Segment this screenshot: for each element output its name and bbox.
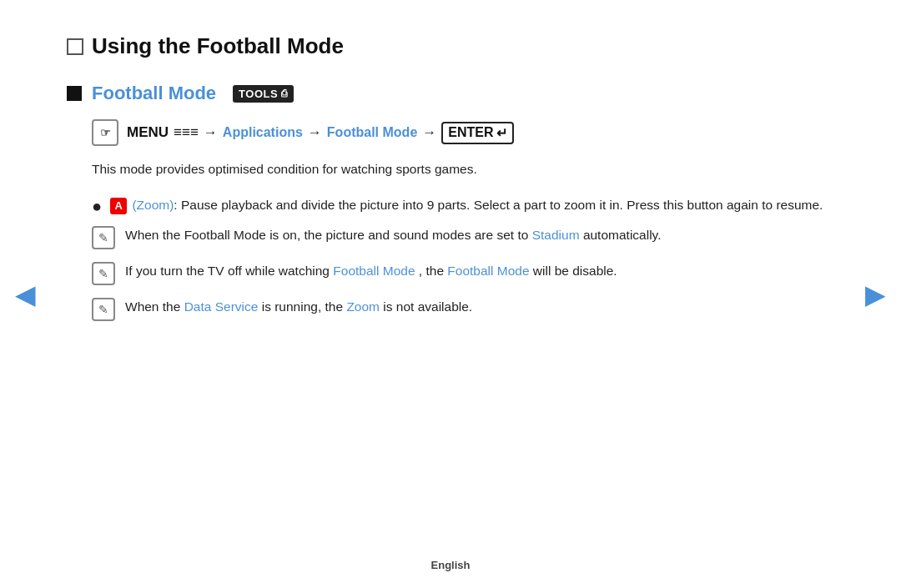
menu-label: MENU	[127, 124, 169, 141]
bullet-list: ● A (Zoom): Pause playback and divide th…	[92, 195, 834, 217]
page-title: Using the Football Mode	[92, 33, 344, 59]
note-3-middle: is running, the	[262, 299, 347, 314]
zoom-description: Pause playback and divide the picture in…	[181, 198, 823, 212]
note-2-football-mode-link-2: Football Mode	[447, 264, 529, 278]
note-3-zoom-link: Zoom	[346, 299, 380, 314]
note-item-1: ✎ When the Football Mode is on, the pict…	[92, 225, 834, 249]
note-list: ✎ When the Football Mode is on, the pict…	[92, 225, 834, 321]
description-text: This mode provides optimised condition f…	[92, 159, 834, 180]
note-2-text: If you turn the TV off while watching Fo…	[125, 261, 617, 282]
note-1-before: When the Football Mode is on, the pictur…	[125, 228, 532, 242]
menu-arrow-1: →	[204, 124, 218, 141]
section-title: Football Mode	[92, 83, 216, 104]
note-2-football-mode-link-1: Football Mode	[333, 264, 415, 278]
note-icon-3: ✎	[92, 298, 115, 321]
note-3-after: is not available.	[383, 299, 472, 314]
bullet-dot-icon: ●	[92, 195, 102, 217]
section-bullet-icon	[67, 86, 82, 101]
red-a-icon: A	[110, 198, 127, 214]
menu-hand-icon: ☞	[92, 119, 118, 146]
note-2-before: If you turn the TV off while watching	[125, 264, 333, 278]
note-icon-1: ✎	[92, 226, 115, 249]
page-footer: English	[431, 559, 471, 571]
note-3-text: When the Data Service is running, the Zo…	[125, 297, 472, 318]
menu-arrow-2: →	[308, 124, 322, 141]
note-1-text: When the Football Mode is on, the pictur…	[125, 225, 662, 246]
bullet-item-zoom: ● A (Zoom): Pause playback and divide th…	[92, 195, 834, 217]
note-1-after: automatically.	[583, 228, 662, 242]
note-2-after: will be disable.	[533, 264, 617, 278]
menu-arrow-3: →	[422, 124, 436, 141]
enter-icon: ENTER ↵	[441, 122, 513, 144]
page-content: Using the Football Mode Football Mode TO…	[0, 0, 901, 366]
tools-icon: ⎙	[281, 88, 288, 99]
note-icon-2: ✎	[92, 262, 115, 285]
enter-label: ENTER	[448, 125, 493, 140]
note-1-stadium-link: Stadium	[532, 228, 580, 242]
bullet-zoom-content: A (Zoom): Pause playback and divide the …	[110, 195, 823, 216]
heading-checkbox-icon	[67, 38, 83, 55]
note-item-3: ✎ When the Data Service is running, the …	[92, 297, 834, 321]
menu-football-mode-link: Football Mode	[327, 125, 417, 140]
note-3-before: When the	[125, 299, 184, 314]
menu-nav-line: ☞ MENU ≡≡≡ → Applications → Football Mod…	[92, 119, 834, 146]
note-item-2: ✎ If you turn the TV off while watching …	[92, 261, 834, 285]
note-2-middle: , the	[419, 264, 447, 278]
menu-symbol: ≡≡≡	[174, 124, 199, 141]
section-heading: Football Mode TOOLS ⎙	[67, 83, 834, 104]
menu-applications-link: Applications	[223, 125, 303, 140]
note-3-data-service-link: Data Service	[184, 299, 259, 314]
page-heading: Using the Football Mode	[67, 33, 834, 59]
tools-badge: TOOLS ⎙	[233, 85, 294, 103]
footer-language: English	[431, 559, 471, 571]
enter-symbol: ↵	[496, 125, 507, 141]
tools-badge-label: TOOLS	[239, 88, 278, 100]
zoom-link: (Zoom)	[132, 198, 174, 212]
